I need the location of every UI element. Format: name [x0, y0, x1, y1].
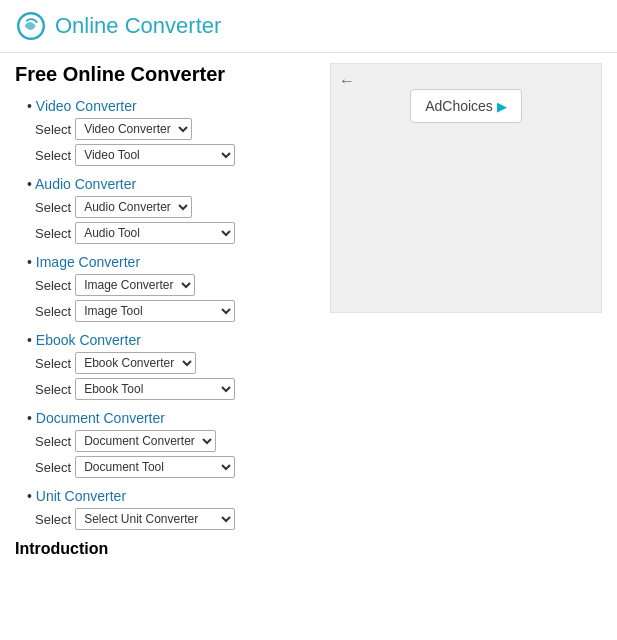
site-header: Online Converter — [0, 0, 617, 53]
ad-choices-icon: ▶ — [497, 99, 507, 114]
audio-converter-select[interactable]: Audio Converter — [75, 196, 192, 218]
image-tool-select-label: Select — [35, 304, 71, 319]
converter-list: Video Converter Select Video Converter S… — [15, 98, 315, 530]
image-tool-select[interactable]: Image Tool — [75, 300, 235, 322]
ebook-tool-select-row: Select Ebook Tool — [35, 378, 315, 400]
document-converter-select[interactable]: Document Converter — [75, 430, 216, 452]
document-tool-select-label: Select — [35, 460, 71, 475]
intro-heading: Introduction — [15, 540, 315, 558]
site-logo-icon — [15, 10, 47, 42]
unit-converter-select[interactable]: Select Unit Converter — [75, 508, 235, 530]
audio-tool-select-row: Select Audio Tool — [35, 222, 315, 244]
document-main-select-row: Select Document Converter — [35, 430, 315, 452]
unit-converter-link[interactable]: Unit Converter — [27, 488, 315, 504]
ad-container: ← AdChoices ▶ — [330, 63, 602, 313]
converter-item-ebook: Ebook Converter Select Ebook Converter S… — [15, 332, 315, 400]
converter-item-audio: Audio Converter Select Audio Converter S… — [15, 176, 315, 244]
document-tool-select-row: Select Document Tool — [35, 456, 315, 478]
site-title: Online Converter — [55, 13, 221, 39]
converter-item-video: Video Converter Select Video Converter S… — [15, 98, 315, 166]
image-converter-link[interactable]: Image Converter — [27, 254, 315, 270]
ad-choices-label: AdChoices — [425, 98, 493, 114]
document-converter-link[interactable]: Document Converter — [27, 410, 315, 426]
back-arrow-icon[interactable]: ← — [339, 72, 355, 90]
video-converter-link[interactable]: Video Converter — [27, 98, 315, 114]
image-converter-select[interactable]: Image Converter — [75, 274, 195, 296]
video-tool-select[interactable]: Video Tool — [75, 144, 235, 166]
ebook-main-select-label: Select — [35, 356, 71, 371]
left-panel: Free Online Converter Video Converter Se… — [15, 63, 315, 558]
video-main-select-row: Select Video Converter — [35, 118, 315, 140]
video-converter-select[interactable]: Video Converter — [75, 118, 192, 140]
right-panel: ← AdChoices ▶ — [315, 63, 602, 558]
converter-item-image: Image Converter Select Image Converter S… — [15, 254, 315, 322]
ebook-main-select-row: Select Ebook Converter — [35, 352, 315, 374]
unit-main-select-label: Select — [35, 512, 71, 527]
document-main-select-label: Select — [35, 434, 71, 449]
image-main-select-label: Select — [35, 278, 71, 293]
audio-main-select-row: Select Audio Converter — [35, 196, 315, 218]
audio-tool-select-label: Select — [35, 226, 71, 241]
ebook-tool-select-label: Select — [35, 382, 71, 397]
audio-converter-link[interactable]: Audio Converter — [27, 176, 315, 192]
ad-choices-button[interactable]: AdChoices ▶ — [410, 89, 522, 123]
main-layout: Free Online Converter Video Converter Se… — [0, 53, 617, 568]
converter-item-unit: Unit Converter Select Select Unit Conver… — [15, 488, 315, 530]
document-tool-select[interactable]: Document Tool — [75, 456, 235, 478]
video-main-select-label: Select — [35, 122, 71, 137]
image-main-select-row: Select Image Converter — [35, 274, 315, 296]
converter-item-document: Document Converter Select Document Conve… — [15, 410, 315, 478]
image-tool-select-row: Select Image Tool — [35, 300, 315, 322]
video-tool-select-row: Select Video Tool — [35, 144, 315, 166]
unit-main-select-row: Select Select Unit Converter — [35, 508, 315, 530]
video-tool-select-label: Select — [35, 148, 71, 163]
ebook-converter-link[interactable]: Ebook Converter — [27, 332, 315, 348]
audio-tool-select[interactable]: Audio Tool — [75, 222, 235, 244]
audio-main-select-label: Select — [35, 200, 71, 215]
ebook-converter-select[interactable]: Ebook Converter — [75, 352, 196, 374]
ebook-tool-select[interactable]: Ebook Tool — [75, 378, 235, 400]
page-heading: Free Online Converter — [15, 63, 315, 86]
